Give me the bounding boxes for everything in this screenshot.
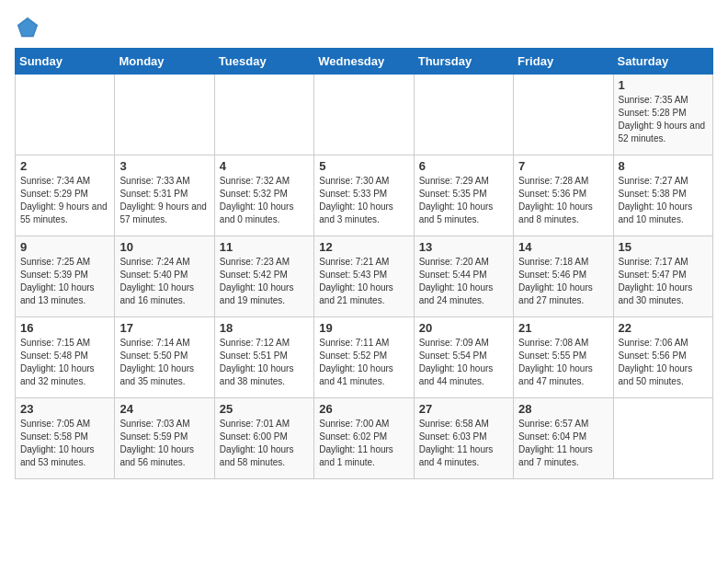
weekday-header: Sunday: [16, 49, 115, 75]
calendar-cell: 18Sunrise: 7:12 AM Sunset: 5:51 PM Dayli…: [214, 317, 313, 398]
day-info: Sunrise: 7:06 AM Sunset: 5:56 PM Dayligh…: [619, 337, 708, 388]
day-info: Sunrise: 7:24 AM Sunset: 5:40 PM Dayligh…: [119, 256, 209, 307]
day-number: 13: [419, 240, 508, 254]
calendar-header: SundayMondayTuesdayWednesdayThursdayFrid…: [16, 49, 713, 75]
calendar-cell: 1Sunrise: 7:35 AM Sunset: 5:28 PM Daylig…: [613, 75, 712, 155]
calendar-cell: 20Sunrise: 7:09 AM Sunset: 5:54 PM Dayli…: [414, 317, 513, 398]
day-info: Sunrise: 7:09 AM Sunset: 5:54 PM Dayligh…: [419, 337, 508, 388]
calendar-week-row: 23Sunrise: 7:05 AM Sunset: 5:58 PM Dayli…: [16, 398, 713, 479]
day-info: Sunrise: 7:29 AM Sunset: 5:35 PM Dayligh…: [419, 175, 508, 226]
day-number: 12: [319, 240, 408, 254]
day-info: Sunrise: 7:05 AM Sunset: 5:58 PM Dayligh…: [20, 418, 109, 469]
day-number: 14: [518, 240, 608, 254]
calendar-cell: 26Sunrise: 7:00 AM Sunset: 6:02 PM Dayli…: [314, 398, 414, 479]
day-number: 7: [518, 159, 608, 173]
weekday-header: Wednesday: [314, 49, 414, 75]
calendar-week-row: 2Sunrise: 7:34 AM Sunset: 5:29 PM Daylig…: [16, 155, 713, 236]
day-info: Sunrise: 7:21 AM Sunset: 5:43 PM Dayligh…: [319, 256, 408, 307]
calendar-cell: 2Sunrise: 7:34 AM Sunset: 5:29 PM Daylig…: [16, 155, 115, 236]
day-number: 4: [220, 159, 309, 173]
day-info: Sunrise: 7:00 AM Sunset: 6:02 PM Dayligh…: [319, 418, 408, 469]
day-info: Sunrise: 7:20 AM Sunset: 5:44 PM Dayligh…: [419, 256, 508, 307]
calendar-cell: [414, 75, 513, 155]
day-number: 10: [119, 240, 209, 254]
calendar-cell: 21Sunrise: 7:08 AM Sunset: 5:55 PM Dayli…: [514, 317, 613, 398]
day-info: Sunrise: 7:01 AM Sunset: 6:00 PM Dayligh…: [220, 418, 309, 469]
day-info: Sunrise: 6:57 AM Sunset: 6:04 PM Dayligh…: [518, 418, 608, 469]
svg-marker-1: [19, 19, 37, 36]
day-info: Sunrise: 7:15 AM Sunset: 5:48 PM Dayligh…: [20, 337, 109, 388]
calendar-cell: [214, 75, 313, 155]
calendar-cell: [613, 398, 712, 479]
day-number: 25: [220, 402, 309, 416]
calendar-table: SundayMondayTuesdayWednesdayThursdayFrid…: [15, 48, 713, 479]
day-number: 20: [419, 321, 508, 335]
day-number: 26: [319, 402, 408, 416]
day-number: 17: [119, 321, 209, 335]
calendar-cell: 14Sunrise: 7:18 AM Sunset: 5:46 PM Dayli…: [514, 236, 613, 317]
day-info: Sunrise: 7:30 AM Sunset: 5:33 PM Dayligh…: [319, 175, 408, 226]
page-header: [15, 15, 713, 40]
day-number: 6: [419, 159, 508, 173]
day-number: 5: [319, 159, 408, 173]
day-info: Sunrise: 7:08 AM Sunset: 5:55 PM Dayligh…: [518, 337, 608, 388]
calendar-cell: 25Sunrise: 7:01 AM Sunset: 6:00 PM Dayli…: [214, 398, 313, 479]
calendar-cell: 5Sunrise: 7:30 AM Sunset: 5:33 PM Daylig…: [314, 155, 414, 236]
calendar-cell: 12Sunrise: 7:21 AM Sunset: 5:43 PM Dayli…: [314, 236, 414, 317]
calendar-cell: 19Sunrise: 7:11 AM Sunset: 5:52 PM Dayli…: [314, 317, 414, 398]
calendar-cell: 15Sunrise: 7:17 AM Sunset: 5:47 PM Dayli…: [613, 236, 712, 317]
weekday-header: Saturday: [613, 49, 712, 75]
day-number: 3: [119, 159, 209, 173]
day-info: Sunrise: 7:12 AM Sunset: 5:51 PM Dayligh…: [220, 337, 309, 388]
calendar-cell: 17Sunrise: 7:14 AM Sunset: 5:50 PM Dayli…: [115, 317, 214, 398]
day-info: Sunrise: 7:14 AM Sunset: 5:50 PM Dayligh…: [119, 337, 209, 388]
calendar-cell: [115, 75, 214, 155]
calendar-cell: 16Sunrise: 7:15 AM Sunset: 5:48 PM Dayli…: [16, 317, 115, 398]
day-info: Sunrise: 6:58 AM Sunset: 6:03 PM Dayligh…: [419, 418, 508, 469]
logo: [15, 15, 44, 40]
day-info: Sunrise: 7:17 AM Sunset: 5:47 PM Dayligh…: [619, 256, 708, 307]
calendar-cell: 23Sunrise: 7:05 AM Sunset: 5:58 PM Dayli…: [16, 398, 115, 479]
calendar-cell: 8Sunrise: 7:27 AM Sunset: 5:38 PM Daylig…: [613, 155, 712, 236]
day-number: 1: [619, 78, 708, 92]
calendar-cell: 22Sunrise: 7:06 AM Sunset: 5:56 PM Dayli…: [613, 317, 712, 398]
weekday-header: Monday: [115, 49, 214, 75]
calendar-cell: 9Sunrise: 7:25 AM Sunset: 5:39 PM Daylig…: [16, 236, 115, 317]
day-number: 8: [619, 159, 708, 173]
day-number: 27: [419, 402, 508, 416]
day-number: 2: [20, 159, 109, 173]
calendar-cell: 24Sunrise: 7:03 AM Sunset: 5:59 PM Dayli…: [115, 398, 214, 479]
calendar-week-row: 1Sunrise: 7:35 AM Sunset: 5:28 PM Daylig…: [16, 75, 713, 155]
calendar-cell: [514, 75, 613, 155]
day-info: Sunrise: 7:35 AM Sunset: 5:28 PM Dayligh…: [619, 94, 708, 145]
calendar-cell: 7Sunrise: 7:28 AM Sunset: 5:36 PM Daylig…: [514, 155, 613, 236]
day-info: Sunrise: 7:18 AM Sunset: 5:46 PM Dayligh…: [518, 256, 608, 307]
day-number: 23: [20, 402, 109, 416]
day-number: 18: [220, 321, 309, 335]
calendar-cell: 28Sunrise: 6:57 AM Sunset: 6:04 PM Dayli…: [514, 398, 613, 479]
calendar-cell: 4Sunrise: 7:32 AM Sunset: 5:32 PM Daylig…: [214, 155, 313, 236]
weekday-row: SundayMondayTuesdayWednesdayThursdayFrid…: [16, 49, 713, 75]
calendar-cell: 11Sunrise: 7:23 AM Sunset: 5:42 PM Dayli…: [214, 236, 313, 317]
calendar-week-row: 16Sunrise: 7:15 AM Sunset: 5:48 PM Dayli…: [16, 317, 713, 398]
day-number: 16: [20, 321, 109, 335]
day-info: Sunrise: 7:11 AM Sunset: 5:52 PM Dayligh…: [319, 337, 408, 388]
day-number: 11: [220, 240, 309, 254]
day-number: 21: [518, 321, 608, 335]
calendar-cell: [16, 75, 115, 155]
calendar-cell: 13Sunrise: 7:20 AM Sunset: 5:44 PM Dayli…: [414, 236, 513, 317]
calendar-cell: 6Sunrise: 7:29 AM Sunset: 5:35 PM Daylig…: [414, 155, 513, 236]
weekday-header: Thursday: [414, 49, 513, 75]
day-number: 19: [319, 321, 408, 335]
day-info: Sunrise: 7:33 AM Sunset: 5:31 PM Dayligh…: [119, 175, 209, 226]
weekday-header: Friday: [514, 49, 613, 75]
day-number: 22: [619, 321, 708, 335]
calendar-cell: 10Sunrise: 7:24 AM Sunset: 5:40 PM Dayli…: [115, 236, 214, 317]
weekday-header: Tuesday: [214, 49, 313, 75]
day-info: Sunrise: 7:25 AM Sunset: 5:39 PM Dayligh…: [20, 256, 109, 307]
day-number: 15: [619, 240, 708, 254]
day-number: 28: [518, 402, 608, 416]
day-info: Sunrise: 7:34 AM Sunset: 5:29 PM Dayligh…: [20, 175, 109, 226]
day-info: Sunrise: 7:28 AM Sunset: 5:36 PM Dayligh…: [518, 175, 608, 226]
day-info: Sunrise: 7:23 AM Sunset: 5:42 PM Dayligh…: [220, 256, 309, 307]
